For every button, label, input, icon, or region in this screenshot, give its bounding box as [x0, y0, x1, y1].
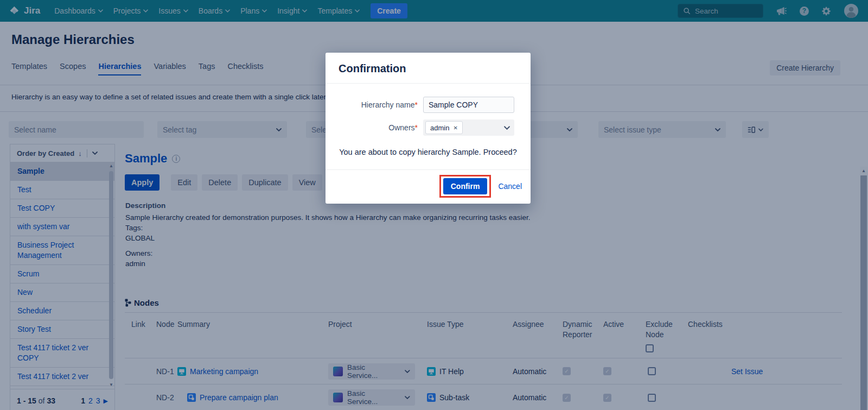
owners-select[interactable]: admin ✕ — [423, 119, 514, 136]
remove-owner-icon[interactable]: ✕ — [453, 125, 457, 131]
cancel-link[interactable]: Cancel — [498, 182, 522, 191]
confirmation-dialog: Confirmation Hierarchy name* Owners* adm… — [326, 53, 531, 204]
confirm-highlight-box: Confirm — [439, 175, 492, 198]
owner-chip: admin ✕ — [425, 121, 463, 134]
confirmation-message: You are about to copy hierarchy Sample. … — [339, 148, 518, 156]
dialog-header: Confirmation — [326, 53, 531, 84]
app-window: Jira Dashboards Projects Issues Boards P… — [0, 0, 868, 410]
confirm-button[interactable]: Confirm — [443, 178, 488, 194]
hierarchy-name-label: Hierarchy name* — [339, 100, 418, 109]
owners-label: Owners* — [339, 123, 418, 132]
hierarchy-name-row: Hierarchy name* — [339, 97, 518, 113]
required-mark: * — [415, 100, 418, 109]
dialog-body: Hierarchy name* Owners* admin ✕ You are … — [326, 84, 531, 156]
required-mark: * — [415, 123, 418, 132]
dialog-title: Confirmation — [339, 62, 406, 74]
dialog-footer: Confirm Cancel — [326, 169, 531, 204]
chevron-down-icon — [504, 126, 510, 130]
owners-row: Owners* admin ✕ — [339, 119, 518, 136]
hierarchy-name-input[interactable] — [423, 97, 514, 113]
